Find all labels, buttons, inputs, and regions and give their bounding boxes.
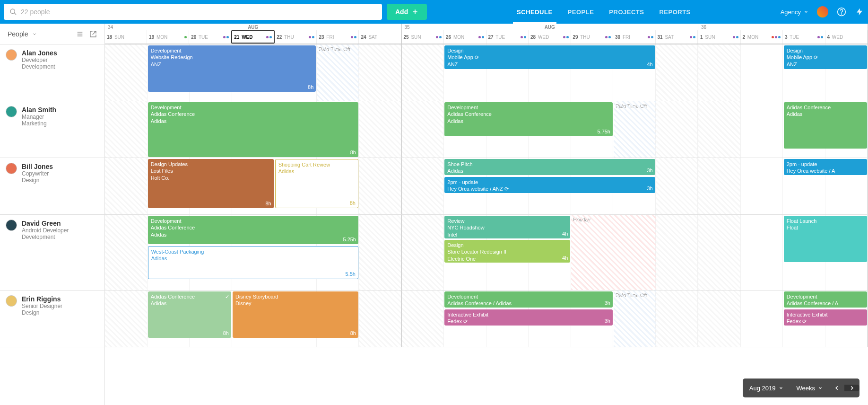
chevron-down-icon xyxy=(804,9,808,14)
person-role: Android Developer xyxy=(22,227,69,234)
main-nav: SCHEDULE PEOPLE PROJECTS REPORTS xyxy=(427,0,780,24)
person-avatar xyxy=(6,49,17,61)
view-control: Aug 2019 Weeks xyxy=(743,379,859,397)
person-dept: Design xyxy=(22,177,53,184)
nav-people[interactable]: PEOPLE xyxy=(568,0,594,24)
add-button-label: Add xyxy=(395,8,408,16)
task-block[interactable]: Disney StoryboardDisney8h xyxy=(233,291,358,338)
task-block[interactable]: DevelopmentWebsite RedesignANZ8h xyxy=(148,45,316,92)
plus-icon xyxy=(412,9,418,15)
task-block[interactable]: DesignMobile App ⟳ANZ xyxy=(784,45,867,69)
svg-line-1 xyxy=(14,13,16,15)
day-header[interactable]: 19 MON xyxy=(147,30,189,44)
week-number: 35 xyxy=(405,25,410,30)
day-header[interactable]: 4 WED xyxy=(825,30,868,44)
person-avatar xyxy=(6,163,17,174)
nav-projects[interactable]: PROJECTS xyxy=(609,0,644,24)
task-block[interactable]: DevelopmentAdidas Conference / Adidas3h xyxy=(444,291,613,308)
task-block[interactable]: 2pm - updateHey Orca website / A xyxy=(784,159,867,175)
nav-schedule[interactable]: SCHEDULE xyxy=(517,0,553,24)
app-header: Add SCHEDULE PEOPLE PROJECTS REPORTS Age… xyxy=(0,0,868,24)
task-block[interactable]: ReviewNYC RoadshowIntel4h xyxy=(444,216,570,238)
task-block[interactable]: Adidas ConferenceAdidas8h✓ xyxy=(148,291,231,338)
person-name: David Green xyxy=(22,220,69,227)
person-row-header[interactable]: Erin RigginsSenior DesignerDesign xyxy=(0,291,104,347)
task-block[interactable]: DevelopmentAdidas ConferenceAdidas5.75h xyxy=(444,102,613,136)
task-block[interactable]: DesignMobile App ⟳ANZ4h xyxy=(444,45,655,69)
person-role: Manager xyxy=(22,114,56,120)
task-block[interactable]: Shopping Cart ReviewAdidas8h xyxy=(275,159,358,208)
task-block[interactable]: Adidas ConferenceAdidas xyxy=(784,102,867,149)
day-header[interactable]: 29 THU xyxy=(571,30,614,44)
task-block[interactable]: DevelopmentAdidas ConferenceAdidas8h xyxy=(148,102,358,157)
person-role: Copywriter xyxy=(22,170,53,177)
day-header[interactable]: 21 WED xyxy=(231,30,275,44)
day-header[interactable]: 28 WED xyxy=(529,30,571,44)
day-header[interactable]: 3 TUE xyxy=(783,30,825,44)
day-header[interactable]: 18 SUN xyxy=(105,30,147,44)
task-block[interactable]: DevelopmentAdidas Conference / A xyxy=(784,291,867,308)
pto-label: Paid Time Off xyxy=(319,46,350,52)
check-icon: ✓ xyxy=(225,293,229,300)
search-input[interactable] xyxy=(21,8,376,16)
search-box[interactable] xyxy=(4,4,382,20)
workspace-switcher[interactable]: Agency xyxy=(781,9,808,16)
task-block[interactable]: DevelopmentAdidas ConferenceAdidas5.25h xyxy=(148,216,358,244)
person-name: Alan Smith xyxy=(22,106,56,114)
task-block[interactable]: West-Coast PackagingAdidas5.5h xyxy=(148,246,358,279)
nav-reports[interactable]: REPORTS xyxy=(659,0,690,24)
svg-point-0 xyxy=(10,9,15,13)
bolt-icon[interactable] xyxy=(855,7,864,17)
person-name: Alan Jones xyxy=(22,49,57,57)
day-header[interactable]: 24 SAT xyxy=(359,30,401,44)
day-header[interactable]: 25 SUN xyxy=(402,30,444,44)
day-header[interactable]: 26 MON xyxy=(444,30,486,44)
user-avatar[interactable] xyxy=(817,6,828,18)
schedule-track[interactable]: Adidas ConferenceAdidas8h✓Disney Storybo… xyxy=(105,291,868,347)
day-header[interactable]: 31 SAT xyxy=(656,30,698,44)
task-block[interactable]: 2pm - updateHey Orca website / ANZ ⟳3h xyxy=(444,177,655,193)
export-icon[interactable] xyxy=(89,30,97,38)
task-block[interactable]: Shoe PitchAdidas3h xyxy=(444,159,655,175)
repeat-icon: ⟳ xyxy=(463,318,468,324)
schedule-track[interactable]: DevelopmentWebsite RedesignANZ8hPaid Tim… xyxy=(105,44,868,101)
schedule-track[interactable]: Design UpdatesLost FilesHolt Co.8hShoppi… xyxy=(105,158,868,214)
month-label: Aug 2019 xyxy=(749,385,776,392)
pto-label: Paid Time Off xyxy=(616,103,647,109)
schedule-track[interactable]: DevelopmentAdidas ConferenceAdidas8hDeve… xyxy=(105,101,868,158)
people-filter-dropdown[interactable]: People xyxy=(8,30,37,38)
day-header[interactable]: 20 TUE xyxy=(189,30,231,44)
person-row-header[interactable]: Alan SmithManagerMarketing xyxy=(0,101,104,158)
person-row-header[interactable]: Alan JonesDeveloperDevelopment xyxy=(0,44,104,101)
help-icon[interactable] xyxy=(837,7,846,17)
search-icon xyxy=(9,8,17,16)
add-button[interactable]: Add xyxy=(387,4,427,20)
day-header[interactable]: 30 FRI xyxy=(613,30,656,44)
list-icon[interactable] xyxy=(76,30,84,38)
day-header[interactable]: 22 THU xyxy=(275,30,317,44)
day-header[interactable]: 27 TUE xyxy=(486,30,529,44)
person-row-header[interactable]: Bill JonesCopywriterDesign xyxy=(0,158,104,215)
person-row-header[interactable]: David GreenAndroid DeveloperDevelopment xyxy=(0,215,104,291)
day-header[interactable]: 1 SUN xyxy=(698,30,741,44)
next-button[interactable] xyxy=(844,385,859,391)
task-block[interactable]: DesignStore Locator Redesign IIElectric … xyxy=(444,240,570,263)
svg-point-5 xyxy=(842,14,842,14)
task-block[interactable]: Interactive ExhibitFedex ⟳3h xyxy=(444,309,613,326)
month-label: AUG xyxy=(248,25,258,30)
task-block[interactable]: Design UpdatesLost FilesHolt Co.8h xyxy=(148,159,274,208)
task-block[interactable]: Interactive ExhibitFedex ⟳ xyxy=(784,309,867,326)
task-block[interactable]: Float LaunchFloat xyxy=(784,216,867,262)
person-avatar xyxy=(6,220,17,231)
month-picker[interactable]: Aug 2019 xyxy=(743,379,790,397)
month-label: AUG xyxy=(545,25,555,30)
range-picker[interactable]: Weeks xyxy=(790,379,830,397)
day-header[interactable]: 23 FRI xyxy=(317,30,359,44)
person-dept: Development xyxy=(22,234,69,240)
schedule-track[interactable]: DevelopmentAdidas ConferenceAdidas5.25hW… xyxy=(105,215,868,290)
person-avatar xyxy=(6,295,17,307)
prev-button[interactable] xyxy=(829,385,844,391)
chevron-down-icon xyxy=(818,386,823,390)
day-header[interactable]: 2 MON xyxy=(741,30,783,44)
repeat-icon: ⟳ xyxy=(814,54,818,60)
